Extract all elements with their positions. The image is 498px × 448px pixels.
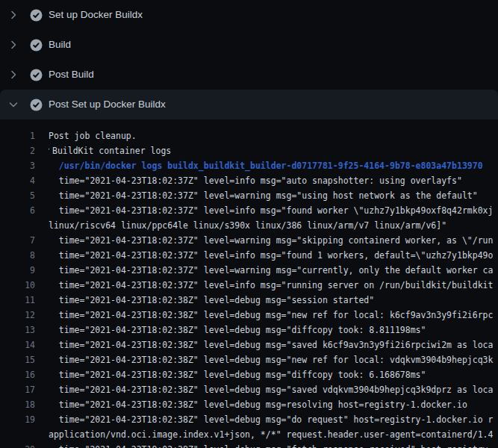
steps-list: Set up Docker BuildxBuildPost BuildPost … xyxy=(0,0,498,119)
log-row: 1Post job cleanup. xyxy=(0,128,498,143)
log-row: 11 time="2021-04-23T18:02:38Z" level=deb… xyxy=(0,293,498,308)
line-number[interactable]: 1 xyxy=(0,128,35,143)
line-number xyxy=(0,427,35,442)
log-row: 12 time="2021-04-23T18:02:38Z" level=deb… xyxy=(0,308,498,323)
triangle-down-icon[interactable] xyxy=(49,143,50,158)
log-text-line: application/vnd.oci.image.index.v1+json,… xyxy=(49,427,498,442)
log-text-line: time="2021-04-23T18:02:37Z" level=info m… xyxy=(49,173,498,188)
log-row: 7 time="2021-04-23T18:02:37Z" level=warn… xyxy=(0,233,498,248)
line-number[interactable]: 16 xyxy=(0,367,35,382)
line-number[interactable]: 14 xyxy=(0,337,35,352)
line-number[interactable]: 19 xyxy=(0,412,35,427)
log-text-line: time="2021-04-23T18:02:38Z" level=debug … xyxy=(49,442,498,448)
log-text-line: time="2021-04-23T18:02:37Z" level=info m… xyxy=(49,248,498,263)
log-text-line: time="2021-04-23T18:02:37Z" level=warnin… xyxy=(49,188,498,203)
log-row: 14 time="2021-04-23T18:02:38Z" level=deb… xyxy=(0,337,498,352)
step-header-set-up-docker-buildx[interactable]: Set up Docker Buildx xyxy=(0,0,498,30)
log-row: 18 time="2021-04-23T18:02:38Z" level=deb… xyxy=(0,397,498,412)
log-row: 19 time="2021-04-23T18:02:38Z" level=deb… xyxy=(0,412,498,427)
log-text-line: time="2021-04-23T18:02:37Z" level=info m… xyxy=(49,278,498,293)
chevron-right-icon xyxy=(7,9,19,21)
log-group-label: BuildKit container logs xyxy=(52,146,171,156)
log-row: 17 time="2021-04-23T18:02:38Z" level=deb… xyxy=(0,382,498,397)
log-row: 4 time="2021-04-23T18:02:37Z" level=info… xyxy=(0,173,498,188)
log-row: 10 time="2021-04-23T18:02:37Z" level=inf… xyxy=(0,278,498,293)
chevron-right-icon xyxy=(7,39,19,51)
chevron-down-icon xyxy=(7,99,19,111)
step-title: Set up Docker Buildx xyxy=(49,9,143,21)
log-text-line: time="2021-04-23T18:02:37Z" level=info m… xyxy=(49,203,498,218)
line-number[interactable]: 12 xyxy=(0,308,35,323)
check-circle-icon xyxy=(30,39,43,52)
log-text-line: time="2021-04-23T18:02:37Z" level=warnin… xyxy=(49,233,498,248)
line-number[interactable]: 20 xyxy=(0,442,35,448)
log-command-line: /usr/bin/docker logs buildx_buildkit_bui… xyxy=(49,158,498,173)
log-row: 8 time="2021-04-23T18:02:37Z" level=info… xyxy=(0,248,498,263)
line-number[interactable]: 2 xyxy=(0,143,35,158)
log-row: 15 time="2021-04-23T18:02:38Z" level=deb… xyxy=(0,352,498,367)
log-text-line: time="2021-04-23T18:02:38Z" level=debug … xyxy=(49,382,498,397)
step-header-post-set-up-docker-buildx[interactable]: Post Set up Docker Buildx xyxy=(0,90,498,119)
log-row: 5 time="2021-04-23T18:02:37Z" level=warn… xyxy=(0,188,498,203)
line-number[interactable]: 13 xyxy=(0,323,35,337)
log-row: 3 /usr/bin/docker logs buildx_buildkit_b… xyxy=(0,158,498,173)
step-title: Build xyxy=(49,39,71,51)
line-number[interactable]: 18 xyxy=(0,397,35,412)
log-row: 6 time="2021-04-23T18:02:37Z" level=info… xyxy=(0,203,498,218)
line-number[interactable]: 10 xyxy=(0,278,35,293)
log-group-header[interactable]: BuildKit container logs xyxy=(49,143,498,158)
check-circle-icon xyxy=(30,99,43,111)
line-number[interactable]: 8 xyxy=(0,248,35,263)
log-text-line: linux/riscv64 linux/ppc64le linux/s390x … xyxy=(49,218,498,233)
line-number[interactable]: 9 xyxy=(0,263,35,278)
log-text-line: time="2021-04-23T18:02:38Z" level=debug … xyxy=(49,412,498,427)
log-text-line: time="2021-04-23T18:02:38Z" level=debug … xyxy=(49,397,498,412)
line-number[interactable]: 3 xyxy=(0,158,35,173)
log-text-line: time="2021-04-23T18:02:38Z" level=debug … xyxy=(49,308,498,323)
log-text-line: time="2021-04-23T18:02:38Z" level=debug … xyxy=(49,337,498,352)
log-row: 13 time="2021-04-23T18:02:38Z" level=deb… xyxy=(0,323,498,337)
log-row: 20 time="2021-04-23T18:02:38Z" level=deb… xyxy=(0,442,498,448)
chevron-right-icon xyxy=(7,69,19,81)
log-area: 1Post job cleanup.2BuildKit container lo… xyxy=(0,119,498,448)
line-number[interactable]: 15 xyxy=(0,352,35,367)
log-row: application/vnd.oci.image.index.v1+json,… xyxy=(0,427,498,442)
log-row: 16 time="2021-04-23T18:02:38Z" level=deb… xyxy=(0,367,498,382)
log-text-line: time="2021-04-23T18:02:38Z" level=debug … xyxy=(49,352,498,367)
line-number[interactable]: 11 xyxy=(0,293,35,308)
log-text-line: time="2021-04-23T18:02:38Z" level=debug … xyxy=(49,367,498,382)
log-text-line: time="2021-04-23T18:02:37Z" level=warnin… xyxy=(49,263,498,278)
check-circle-icon xyxy=(30,69,43,81)
log-row: 9 time="2021-04-23T18:02:37Z" level=warn… xyxy=(0,263,498,278)
line-number[interactable]: 6 xyxy=(0,203,35,218)
check-circle-icon xyxy=(30,9,43,22)
line-number[interactable]: 17 xyxy=(0,382,35,397)
step-title: Post Set up Docker Buildx xyxy=(49,99,166,111)
step-header-build[interactable]: Build xyxy=(0,30,498,60)
line-number[interactable]: 4 xyxy=(0,173,35,188)
step-title: Post Build xyxy=(49,69,94,81)
line-number xyxy=(0,218,35,233)
log-text-line: Post job cleanup. xyxy=(49,128,498,143)
log-text-line: time="2021-04-23T18:02:38Z" level=debug … xyxy=(49,323,498,337)
line-number[interactable]: 7 xyxy=(0,233,35,248)
log-text-line: time="2021-04-23T18:02:38Z" level=debug … xyxy=(49,293,498,308)
step-header-post-build[interactable]: Post Build xyxy=(0,60,498,90)
log-row: linux/riscv64 linux/ppc64le linux/s390x … xyxy=(0,218,498,233)
line-number[interactable]: 5 xyxy=(0,188,35,203)
log-row: 2BuildKit container logs xyxy=(0,143,498,158)
